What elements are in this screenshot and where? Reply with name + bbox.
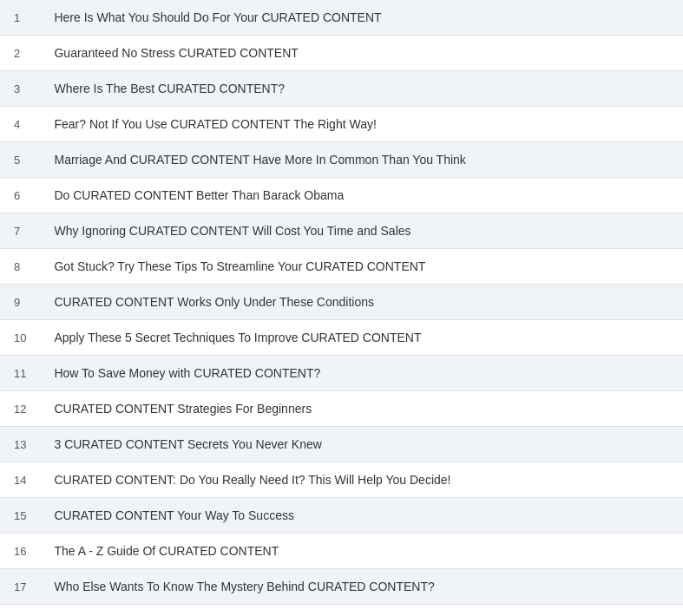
row-title: Do CURATED CONTENT Better Than Barack Ob… (40, 178, 683, 213)
row-title: CURATED CONTENT Works Only Under These C… (40, 285, 683, 320)
row-number: 16 (0, 534, 40, 569)
table-row: 15CURATED CONTENT Your Way To Success (0, 498, 683, 534)
row-title: Apply These 5 Secret Techniques To Impro… (40, 320, 683, 356)
row-number: 7 (0, 213, 40, 249)
row-number: 10 (0, 320, 40, 356)
row-title: Marriage And CURATED CONTENT Have More I… (40, 142, 683, 178)
table-row: 17Who Else Wants To Know The Mystery Beh… (0, 569, 683, 605)
table-row: 7Why Ignoring CURATED CONTENT Will Cost … (0, 213, 683, 249)
table-row: 9CURATED CONTENT Works Only Under These … (0, 285, 683, 320)
table-row: 2Guaranteed No Stress CURATED CONTENT (0, 36, 683, 71)
row-title: CURATED CONTENT Strategies For Beginners (40, 391, 683, 427)
row-number: 13 (0, 427, 40, 462)
row-number: 11 (0, 356, 40, 391)
row-number: 12 (0, 391, 40, 427)
row-title: Guaranteed No Stress CURATED CONTENT (40, 36, 683, 71)
row-title: How To Save Money with CURATED CONTENT? (40, 356, 683, 391)
row-number: 3 (0, 71, 40, 107)
table-row: 12CURATED CONTENT Strategies For Beginne… (0, 391, 683, 427)
row-number: 15 (0, 498, 40, 534)
row-title: Fear? Not If You Use CURATED CONTENT The… (40, 107, 683, 142)
table-row: 1Here Is What You Should Do For Your CUR… (0, 0, 683, 36)
row-number: 6 (0, 178, 40, 213)
row-number: 1 (0, 0, 40, 36)
table-row: 8Got Stuck? Try These Tips To Streamline… (0, 249, 683, 285)
row-number: 2 (0, 36, 40, 71)
row-number: 4 (0, 107, 40, 142)
row-title: CURATED CONTENT: Do You Really Need It? … (40, 462, 683, 498)
row-title: Where Is The Best CURATED CONTENT? (40, 71, 683, 107)
table-row: 10Apply These 5 Secret Techniques To Imp… (0, 320, 683, 356)
table-row: 11How To Save Money with CURATED CONTENT… (0, 356, 683, 391)
row-title: Why Ignoring CURATED CONTENT Will Cost Y… (40, 213, 683, 249)
table-row: 6Do CURATED CONTENT Better Than Barack O… (0, 178, 683, 213)
row-title: Everything You Wanted to Know About CURA… (40, 605, 683, 617)
row-title: CURATED CONTENT Your Way To Success (40, 498, 683, 534)
row-title: Got Stuck? Try These Tips To Streamline … (40, 249, 683, 285)
row-number: 5 (0, 142, 40, 178)
table-row: 14CURATED CONTENT: Do You Really Need It… (0, 462, 683, 498)
row-number: 9 (0, 285, 40, 320)
row-title: Here Is What You Should Do For Your CURA… (40, 0, 683, 36)
row-title: The A - Z Guide Of CURATED CONTENT (40, 534, 683, 569)
table-row: 3Where Is The Best CURATED CONTENT? (0, 71, 683, 107)
table-row: 4Fear? Not If You Use CURATED CONTENT Th… (0, 107, 683, 142)
row-title: 3 CURATED CONTENT Secrets You Never Knew (40, 427, 683, 462)
row-title: Who Else Wants To Know The Mystery Behin… (40, 569, 683, 605)
row-number: 17 (0, 569, 40, 605)
table-row: 18Everything You Wanted to Know About CU… (0, 605, 683, 617)
table-row: 16The A - Z Guide Of CURATED CONTENT (0, 534, 683, 569)
row-number: 18 (0, 605, 40, 617)
table-row: 133 CURATED CONTENT Secrets You Never Kn… (0, 427, 683, 462)
table-row: 5Marriage And CURATED CONTENT Have More … (0, 142, 683, 178)
row-number: 8 (0, 249, 40, 285)
content-list: 1Here Is What You Should Do For Your CUR… (0, 0, 683, 616)
row-number: 14 (0, 462, 40, 498)
